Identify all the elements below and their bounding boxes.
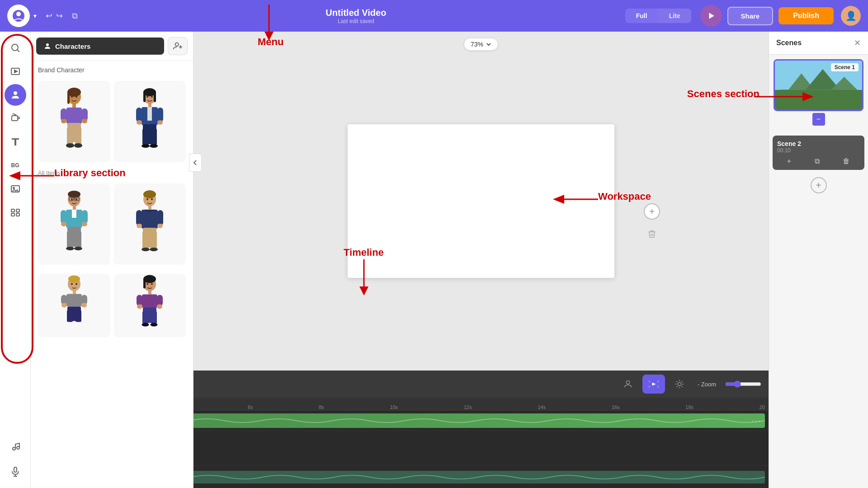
all-items-label: All Items [31,166,193,180]
ruler-tick-14: 14s [538,404,546,410]
svg-point-111 [151,283,153,285]
ruler-tick-6: 6s [248,404,253,410]
svg-rect-31 [72,104,76,108]
svg-point-77 [66,247,74,250]
svg-rect-8 [12,116,18,121]
scene-1-minus-button[interactable]: − [812,113,825,126]
character-card-1[interactable] [38,81,110,162]
svg-point-63 [75,198,77,200]
zoom-value: 73% [471,41,483,48]
scene-2-copy-button[interactable]: ⧉ [815,157,820,165]
svg-rect-10 [14,140,16,145]
svg-rect-112 [148,291,151,294]
add-to-scene-button[interactable]: + [644,203,660,220]
svg-rect-56 [142,129,149,145]
svg-point-3 [12,44,18,51]
character-card-4[interactable] [114,183,186,265]
all-characters-grid [31,180,193,268]
svg-point-95 [68,275,80,282]
ruler-tick-16: 16s [612,404,620,410]
svg-point-54 [157,120,163,125]
last-saved: Last edit saved [87,18,625,24]
scenes-panel-close[interactable]: ✕ [854,38,861,48]
svg-point-96 [71,283,73,285]
redo-button[interactable]: ↪ [56,11,63,21]
scene-2-delete-button[interactable]: 🗑 [843,157,850,165]
scene-2-add-button[interactable]: + [787,157,791,165]
characters-tab[interactable]: Characters [36,38,164,55]
lite-view-button[interactable]: Lite [658,9,691,23]
toolbar-text-button[interactable] [5,131,26,153]
characters-tab-label: Characters [55,42,90,50]
svg-rect-38 [67,127,73,145]
svg-point-35 [61,119,66,123]
svg-rect-134 [648,386,650,388]
toolbar-characters-button[interactable] [5,84,26,106]
zoom-control[interactable]: 73% [464,38,498,51]
svg-point-82 [151,198,153,200]
svg-rect-15 [11,213,14,216]
svg-rect-50 [147,107,152,121]
full-view-button[interactable]: Full [625,9,658,23]
zoom-slider[interactable] [725,380,761,388]
play-preview-button[interactable] [700,5,722,27]
svg-point-110 [146,283,148,285]
svg-rect-51 [136,108,142,122]
delete-from-scene-button[interactable] [644,226,660,242]
audio-waveform [191,471,765,483]
toolbar-image-button[interactable] [5,178,26,200]
character-card-2[interactable] [114,81,186,162]
toolbar-mic-button[interactable] [5,461,26,483]
add-scene-button[interactable]: + [811,177,827,193]
toolbar-background-button[interactable]: BG [5,155,26,176]
video-clip-icon[interactable] [642,375,665,394]
character-card-6[interactable] [114,274,186,337]
svg-rect-135 [657,380,659,383]
svg-rect-16 [16,213,19,216]
ruler-tick-8: 8s [319,404,324,410]
view-toggle: Full Lite [625,9,691,23]
svg-rect-28 [67,91,70,104]
panel-collapse-button[interactable] [189,154,202,172]
scene-1-item[interactable]: Scene 1 − [769,55,868,132]
svg-rect-98 [73,291,76,294]
svg-point-78 [74,247,82,250]
character-card-3[interactable] [38,183,110,265]
svg-rect-120 [151,311,157,324]
character-card-5[interactable] [38,274,110,337]
scene-2-title: Scene 2 [777,140,860,147]
svg-point-137 [678,382,681,385]
svg-point-40 [66,143,74,148]
add-character-button[interactable] [168,37,188,55]
svg-point-81 [146,198,148,200]
svg-rect-76 [75,231,81,248]
left-toolbar: BG [0,32,31,488]
svg-marker-2 [709,13,714,19]
toolbar-media-button[interactable] [5,61,26,82]
toolbar-scenes-button[interactable] [5,202,26,223]
svg-rect-136 [657,386,659,388]
svg-rect-119 [142,311,148,324]
svg-point-12 [13,188,14,189]
svg-point-61 [68,191,80,198]
share-button[interactable]: Share [727,7,774,25]
copy-button[interactable]: ⧉ [72,11,78,21]
brand-character-label: Brand Character [31,61,193,77]
svg-point-7 [14,91,17,95]
svg-point-92 [142,248,150,251]
toolbar-search-button[interactable] [5,37,26,59]
publish-button[interactable]: Publish [778,7,834,24]
svg-point-103 [81,303,87,307]
svg-rect-83 [148,206,151,210]
toolbar-music-button[interactable] [5,436,26,457]
toolbar-coffee-button[interactable] [5,108,26,129]
svg-rect-69 [72,210,76,218]
scene-2-item[interactable]: Scene 2 00:10 + ⧉ 🗑 [773,136,864,170]
header-caret[interactable]: ▾ [33,12,37,19]
svg-rect-84 [142,210,158,229]
svg-rect-109 [143,278,146,288]
svg-rect-45 [154,91,156,102]
svg-rect-75 [67,231,73,248]
undo-button[interactable]: ↩ [46,11,52,21]
settings-timeline-icon[interactable] [670,375,689,393]
